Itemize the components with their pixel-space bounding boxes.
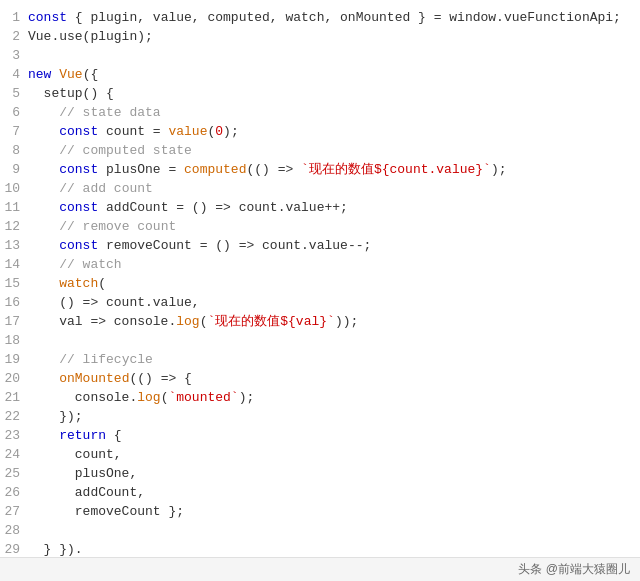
- code-line: 25 plusOne,: [0, 464, 640, 483]
- line-content: [28, 521, 36, 540]
- code-line: 29 } }).: [0, 540, 640, 557]
- code-line: 17 val => console.log(`现在的数值${val}`));: [0, 312, 640, 331]
- line-content: const addCount = () => count.value++;: [28, 198, 348, 217]
- code-line: 14 // watch: [0, 255, 640, 274]
- code-line: 3: [0, 46, 640, 65]
- line-number: 17: [0, 312, 28, 331]
- line-number: 11: [0, 198, 28, 217]
- code-line: 16 () => count.value,: [0, 293, 640, 312]
- code-line: 11 const addCount = () => count.value++;: [0, 198, 640, 217]
- code-line: 28: [0, 521, 640, 540]
- code-line: 9 const plusOne = computed(() => `现在的数值$…: [0, 160, 640, 179]
- line-number: 19: [0, 350, 28, 369]
- line-number: 22: [0, 407, 28, 426]
- line-number: 6: [0, 103, 28, 122]
- code-line: 13 const removeCount = () => count.value…: [0, 236, 640, 255]
- footer-label: 头条 @前端大猿圈儿: [518, 561, 630, 578]
- code-line: 1const { plugin, value, computed, watch,…: [0, 8, 640, 27]
- line-content: });: [28, 407, 83, 426]
- code-line: 7 const count = value(0);: [0, 122, 640, 141]
- line-number: 29: [0, 540, 28, 557]
- line-number: 3: [0, 46, 28, 65]
- line-number: 26: [0, 483, 28, 502]
- code-line: 4new Vue({: [0, 65, 640, 84]
- code-editor: 1const { plugin, value, computed, watch,…: [0, 0, 640, 557]
- line-number: 21: [0, 388, 28, 407]
- code-line: 24 count,: [0, 445, 640, 464]
- code-line: 12 // remove count: [0, 217, 640, 236]
- line-content: removeCount };: [28, 502, 184, 521]
- line-number: 9: [0, 160, 28, 179]
- line-content: // state data: [28, 103, 161, 122]
- line-number: 15: [0, 274, 28, 293]
- line-number: 14: [0, 255, 28, 274]
- code-line: 18: [0, 331, 640, 350]
- code-line: 15 watch(: [0, 274, 640, 293]
- line-number: 4: [0, 65, 28, 84]
- code-line: 27 removeCount };: [0, 502, 640, 521]
- line-content: console.log(`mounted`);: [28, 388, 254, 407]
- line-content: val => console.log(`现在的数值${val}`));: [28, 312, 358, 331]
- code-line: 2Vue.use(plugin);: [0, 27, 640, 46]
- line-number: 23: [0, 426, 28, 445]
- line-content: } }).: [28, 540, 83, 557]
- code-line: 22 });: [0, 407, 640, 426]
- line-number: 10: [0, 179, 28, 198]
- code-line: 20 onMounted(() => {: [0, 369, 640, 388]
- line-number: 5: [0, 84, 28, 103]
- code-line: 26 addCount,: [0, 483, 640, 502]
- line-content: // computed state: [28, 141, 192, 160]
- code-line: 8 // computed state: [0, 141, 640, 160]
- line-number: 13: [0, 236, 28, 255]
- line-number: 18: [0, 331, 28, 350]
- line-content: // lifecycle: [28, 350, 153, 369]
- line-content: // remove count: [28, 217, 176, 236]
- code-line: 10 // add count: [0, 179, 640, 198]
- line-content: watch(: [28, 274, 106, 293]
- line-number: 2: [0, 27, 28, 46]
- code-line: 19 // lifecycle: [0, 350, 640, 369]
- line-content: return {: [28, 426, 122, 445]
- line-content: Vue.use(plugin);: [28, 27, 153, 46]
- line-number: 8: [0, 141, 28, 160]
- line-content: () => count.value,: [28, 293, 200, 312]
- line-content: new Vue({: [28, 65, 98, 84]
- line-number: 27: [0, 502, 28, 521]
- line-number: 12: [0, 217, 28, 236]
- code-line: 23 return {: [0, 426, 640, 445]
- line-content: plusOne,: [28, 464, 137, 483]
- line-content: [28, 331, 36, 350]
- line-number: 20: [0, 369, 28, 388]
- code-line: 21 console.log(`mounted`);: [0, 388, 640, 407]
- line-number: 24: [0, 445, 28, 464]
- line-content: const removeCount = () => count.value--;: [28, 236, 371, 255]
- line-content: setup() {: [28, 84, 114, 103]
- line-number: 25: [0, 464, 28, 483]
- line-number: 1: [0, 8, 28, 27]
- line-content: const plusOne = computed(() => `现在的数值${c…: [28, 160, 507, 179]
- line-content: // watch: [28, 255, 122, 274]
- line-number: 28: [0, 521, 28, 540]
- line-content: // add count: [28, 179, 153, 198]
- line-number: 16: [0, 293, 28, 312]
- line-content: count,: [28, 445, 122, 464]
- line-content: const count = value(0);: [28, 122, 239, 141]
- line-content: [28, 46, 36, 65]
- code-line: 6 // state data: [0, 103, 640, 122]
- code-line: 5 setup() {: [0, 84, 640, 103]
- footer-bar: 头条 @前端大猿圈儿: [0, 557, 640, 581]
- line-content: const { plugin, value, computed, watch, …: [28, 8, 621, 27]
- line-content: addCount,: [28, 483, 145, 502]
- line-content: onMounted(() => {: [28, 369, 192, 388]
- line-number: 7: [0, 122, 28, 141]
